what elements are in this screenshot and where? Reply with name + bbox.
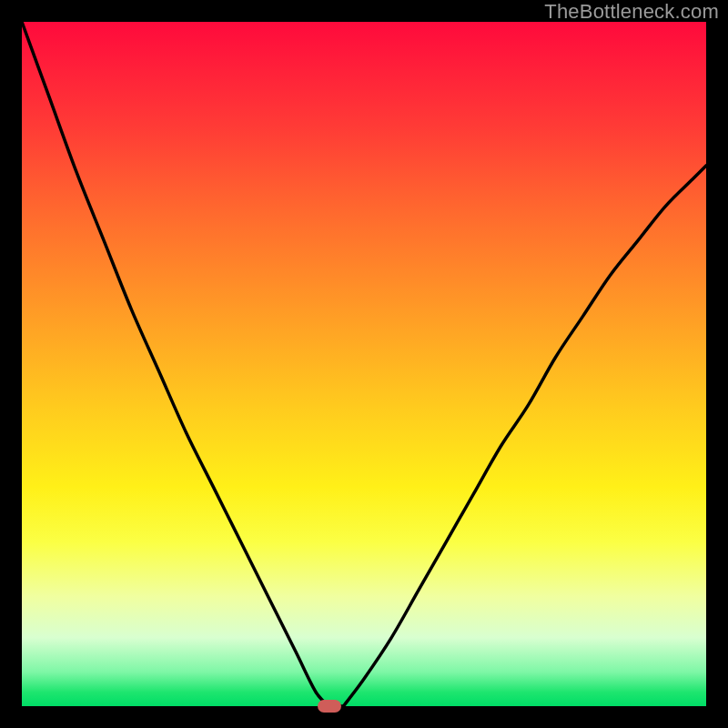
- optimal-point-marker: [318, 700, 341, 713]
- chart-background-gradient: [22, 22, 706, 706]
- page-frame: TheBottleneck.com: [0, 0, 728, 728]
- watermark-label: TheBottleneck.com: [544, 0, 719, 24]
